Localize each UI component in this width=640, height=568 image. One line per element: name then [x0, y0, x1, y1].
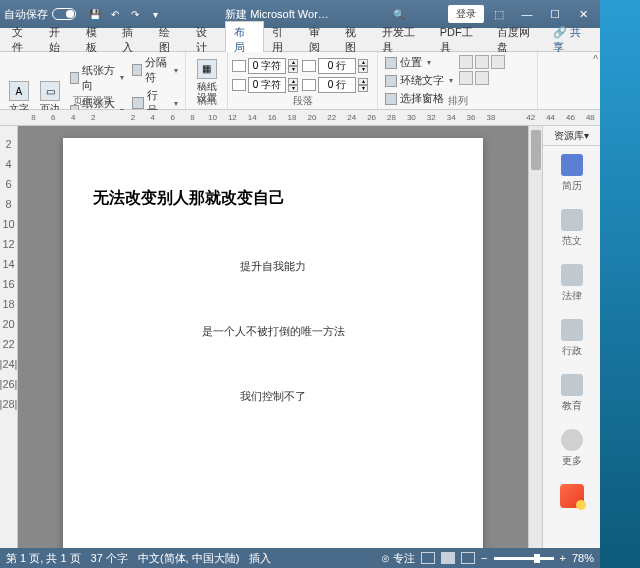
- sidepane-item-admin[interactable]: 行政: [543, 311, 600, 366]
- status-lang[interactable]: 中文(简体, 中国大陆): [138, 551, 239, 566]
- indent-right-input[interactable]: ▴▾: [232, 77, 298, 93]
- view-read-icon[interactable]: [421, 552, 435, 564]
- orientation-button[interactable]: 纸张方向: [67, 62, 128, 94]
- save-icon[interactable]: 💾: [88, 7, 102, 21]
- zoom-out-button[interactable]: −: [481, 552, 487, 564]
- search-icon[interactable]: 🔍: [392, 7, 406, 21]
- indent-left-input[interactable]: ▴▾: [232, 58, 298, 74]
- resource-pane-header[interactable]: 资源库▾: [543, 126, 600, 146]
- undo-icon[interactable]: ↶: [108, 7, 122, 21]
- ruler-vertical[interactable]: 246810121416182022|24||26||28|: [0, 126, 18, 548]
- status-page[interactable]: 第 1 页, 共 1 页: [6, 551, 81, 566]
- breaks-button[interactable]: 分隔符: [129, 54, 181, 86]
- menubar: 文件 开始 模板 插入 绘图 设计 布局 引用 审阅 视图 开发工具 PDF工具…: [0, 28, 600, 52]
- window-title: 新建 Microsoft Wor…: [162, 7, 392, 22]
- doc-line[interactable]: 我们控制不了: [93, 389, 453, 404]
- red-packet-icon[interactable]: [560, 484, 584, 508]
- doc-line[interactable]: 是一个人不被打倒的唯一方法: [93, 324, 453, 339]
- rotate-icon[interactable]: [475, 71, 489, 85]
- zoom-slider[interactable]: [494, 557, 554, 560]
- view-web-icon[interactable]: [461, 552, 475, 564]
- group-arrange: 排列: [378, 94, 537, 108]
- autosave-toggle[interactable]: [52, 8, 76, 20]
- qat-more-icon[interactable]: ▾: [148, 7, 162, 21]
- group-paragraph: 段落: [228, 94, 377, 108]
- page: 无法改变别人那就改变自己 提升自我能力 是一个人不被打倒的唯一方法 我们控制不了: [63, 138, 483, 548]
- ruler-horizontal[interactable]: 8642246810121416182022242628303234363842…: [0, 110, 600, 126]
- redo-icon[interactable]: ↷: [128, 7, 142, 21]
- doc-title[interactable]: 无法改变别人那就改变自己: [93, 188, 453, 209]
- sidepane-item-resume[interactable]: 简历: [543, 146, 600, 201]
- spacing-after-input[interactable]: ▴▾: [302, 77, 368, 93]
- desktop-background: [600, 0, 640, 568]
- collapse-ribbon-icon[interactable]: ^: [593, 54, 598, 65]
- view-print-icon[interactable]: [441, 552, 455, 564]
- resource-pane: 资源库▾ 简历 范文 法律 行政 教育 更多: [542, 126, 600, 548]
- statusbar: 第 1 页, 共 1 页 37 个字 中文(简体, 中国大陆) 插入 ⊙ 专注 …: [0, 548, 600, 568]
- spacing-before-input[interactable]: ▴▾: [302, 58, 368, 74]
- group-icon[interactable]: [459, 71, 473, 85]
- status-words[interactable]: 37 个字: [91, 551, 128, 566]
- send-backward-icon[interactable]: [475, 55, 489, 69]
- align-icon[interactable]: [491, 55, 505, 69]
- login-button[interactable]: 登录: [448, 5, 484, 23]
- scrollbar-vertical[interactable]: [528, 126, 542, 548]
- group-page-setup: 页面设置: [0, 94, 185, 108]
- position-button[interactable]: 位置: [382, 54, 456, 71]
- sidepane-item-more[interactable]: 更多: [543, 421, 600, 476]
- sidepane-item-law[interactable]: 法律: [543, 256, 600, 311]
- sidepane-item-edu[interactable]: 教育: [543, 366, 600, 421]
- doc-line[interactable]: 提升自我能力: [93, 259, 453, 274]
- autosave-label: 自动保存: [4, 7, 48, 22]
- ribbon: A文字方向 ▭页边距 纸张方向 纸张大小 分栏 分隔符 行号 断字 页面设置 ▦…: [0, 52, 600, 110]
- status-mode[interactable]: 插入: [249, 551, 271, 566]
- focus-button[interactable]: ⊙ 专注: [381, 551, 415, 566]
- zoom-in-button[interactable]: +: [560, 552, 566, 564]
- zoom-level[interactable]: 78%: [572, 552, 594, 564]
- bring-forward-icon[interactable]: [459, 55, 473, 69]
- document-scroll[interactable]: 无法改变别人那就改变自己 提升自我能力 是一个人不被打倒的唯一方法 我们控制不了: [18, 126, 528, 548]
- wrap-text-button[interactable]: 环绕文字: [382, 72, 456, 89]
- group-manuscript: 稿纸: [186, 94, 227, 108]
- sidepane-item-sample[interactable]: 范文: [543, 201, 600, 256]
